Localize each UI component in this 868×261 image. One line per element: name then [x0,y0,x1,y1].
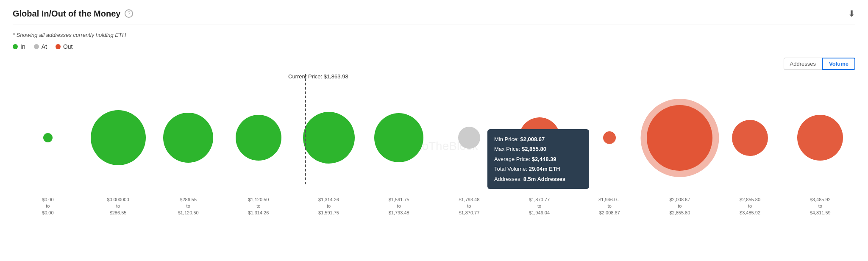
legend-item-out: Out [56,43,73,50]
volume-button[interactable]: Volume [822,58,855,70]
tooltip-avg-price-value: $2,448.39 [532,156,556,162]
tooltip-avg-price: Average Price: $2,448.39 [494,154,582,164]
x-axis: $0.00 to $0.00 $0.000000 to $286.55 $286… [13,193,855,218]
tooltip-addresses-label: Addresses: [494,176,522,182]
page-container: Global In/Out of the Money ? ⬇ * Showing… [0,0,868,227]
header: Global In/Out of the Money ? ⬇ [13,8,855,25]
header-left: Global In/Out of the Money ? [13,9,133,19]
x-tick-7: $1,870.77 to $1,946.04 [504,193,575,218]
bubble-4 [303,112,355,164]
legend-label-at: At [42,43,47,50]
x-tick-6: $1,793.48 to $1,870.77 [434,193,504,218]
legend-dot-in [13,44,18,49]
tooltip-max-price-value: $2,855.80 [522,146,546,152]
legend-dot-at [34,44,39,49]
bubble-col-1 [83,87,153,189]
help-icon[interactable]: ? [125,9,133,18]
tooltip-total-vol-label: Total Volume: [494,166,527,172]
x-tick-5: $1,591.75 to $1,793.48 [364,193,434,218]
bubble-10 [732,120,768,156]
bubble-11 [797,115,843,161]
bubble-col-2 [153,87,223,189]
addresses-button[interactable]: Addresses [784,58,822,70]
legend-label-out: Out [63,43,73,50]
x-tick-2: $286.55 to $1,120.50 [153,193,223,218]
legend: In At Out [13,43,855,50]
chart-controls: Addresses Volume [13,58,855,70]
download-icon[interactable]: ⬇ [848,8,855,19]
page-title: Global In/Out of the Money [13,9,120,19]
bubble-col-5 [364,87,434,189]
bubble-col-4 [294,87,364,189]
bubble-col-3 [223,87,294,189]
tooltip-addresses: Addresses: 8.5m Addresses [494,174,582,184]
x-tick-8: $1,946.0... to $2,008.67 [574,193,645,218]
bubble-9 [647,105,712,171]
x-tick-9: $2,008.67 to $2,855.80 [645,193,715,218]
current-price-label: Current Price: $1,863.98 [288,73,348,80]
tooltip-min-price-label: Min Price: [494,136,519,142]
tooltip-min-price-value: $2,008.67 [520,136,545,142]
x-tick-11: $3,485.92 to $4,811.59 [785,193,855,218]
legend-item-in: In [13,43,25,50]
bubble-col-0 [13,87,83,189]
bubble-8 [603,131,616,144]
tooltip-min-price: Min Price: $2,008.67 [494,134,582,144]
bubble-0 [43,133,53,142]
tooltip-addresses-value: 8.5m Addresses [523,176,565,182]
x-tick-3: $1,120.50 to $1,314.26 [223,193,294,218]
x-tick-1: $0.000000 to $286.55 [83,193,153,218]
bubble-3 [236,115,281,161]
legend-label-in: In [20,43,25,50]
tooltip-avg-price-label: Average Price: [494,156,530,162]
tooltip-max-price: Max Price: $2,855.80 [494,144,582,154]
bubbles-row [13,87,855,189]
tooltip-total-vol: Total Volume: 29.04m ETH [494,164,582,174]
subtitle: * Showing all addresses currently holdin… [13,32,855,38]
x-tick-10: $2,855.80 to $3,485.92 [715,193,785,218]
bubble-5 [374,113,423,162]
x-tick-0: $0.00 to $0.00 [13,193,83,218]
bubble-col-11 [785,87,855,189]
bubble-6 [458,127,480,149]
bubble-1 [91,110,146,165]
legend-dot-out [56,44,61,49]
tooltip: Min Price: $2,008.67 Max Price: $2,855.8… [487,129,589,189]
x-tick-4: $1,314.26 to $1,591.75 [294,193,364,218]
bubble-col-9 [645,87,715,189]
current-price-line [305,74,306,184]
bubble-col-10 [715,87,785,189]
chart-area: Current Price: $1,863.98 IntoTheBlock [13,74,855,218]
legend-item-at: At [34,43,47,50]
tooltip-max-price-label: Max Price: [494,146,520,152]
tooltip-total-vol-value: 29.04m ETH [529,166,560,172]
bubble-2 [163,113,213,163]
